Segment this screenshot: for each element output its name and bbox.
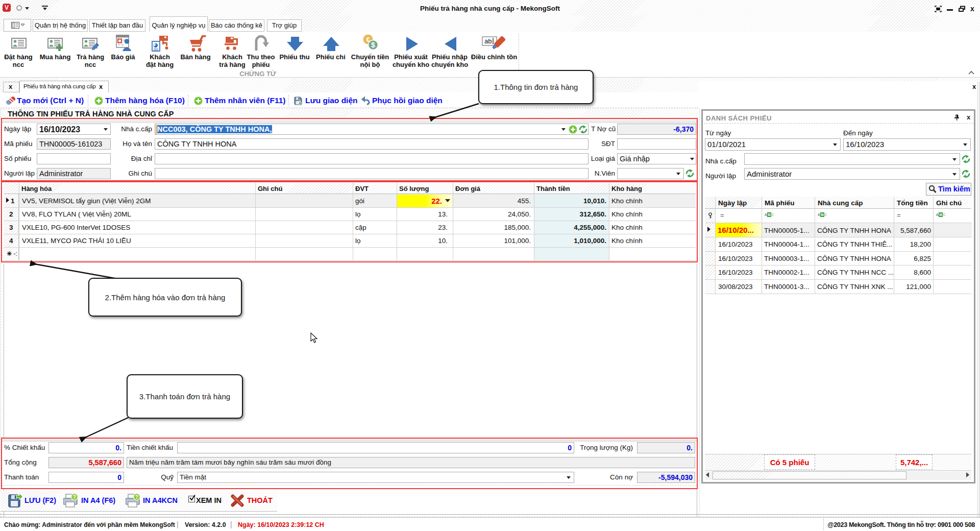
svg-text:?: ? — [73, 494, 76, 500]
svg-text:?: ? — [135, 494, 138, 500]
svg-text:$: $ — [371, 41, 375, 49]
svg-text:ab: ab — [484, 37, 492, 45]
